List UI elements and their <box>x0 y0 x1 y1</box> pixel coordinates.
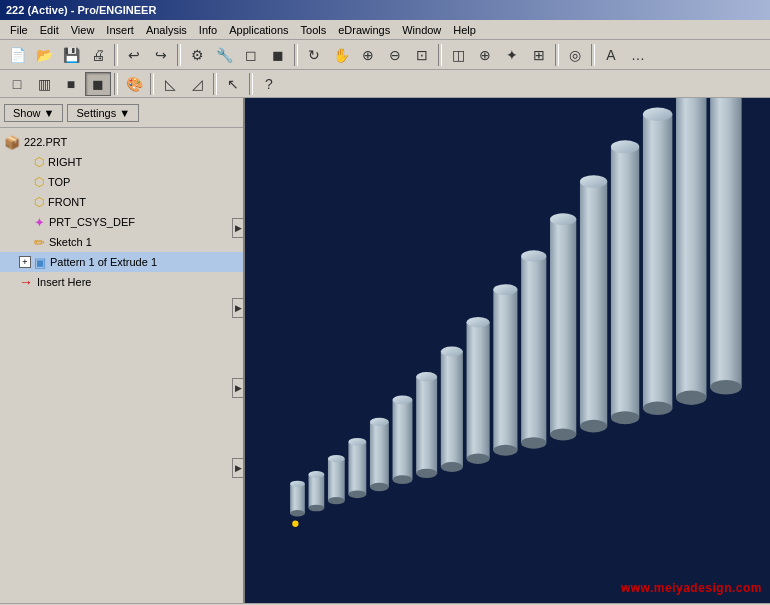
svg-point-8 <box>328 455 345 462</box>
svg-point-24 <box>441 462 463 472</box>
svg-point-29 <box>493 284 517 295</box>
toolbar-btn-27[interactable]: … <box>625 43 651 67</box>
toolbar2-btn-8[interactable]: ◿ <box>184 72 210 96</box>
svg-rect-25 <box>467 322 490 459</box>
viewport[interactable]: www.meiyadesign.com <box>245 98 770 603</box>
toolbar-btn-9[interactable]: 🔧 <box>211 43 237 67</box>
svg-rect-19 <box>416 377 437 474</box>
toolbar-btn-5[interactable]: ↩ <box>121 43 147 67</box>
svg-point-21 <box>416 469 437 478</box>
svg-rect-22 <box>441 352 463 468</box>
menu-item-insert[interactable]: Insert <box>100 22 140 38</box>
svg-point-38 <box>580 175 607 188</box>
menu-item-tools[interactable]: Tools <box>295 22 333 38</box>
toolbar-separator-23 <box>555 44 559 66</box>
toolbar-separator-4 <box>114 44 118 66</box>
toolbar-btn-13[interactable]: ↻ <box>301 43 327 67</box>
menu-item-edrawings[interactable]: eDrawings <box>332 22 396 38</box>
toolbar2-btn-0[interactable]: □ <box>4 72 30 96</box>
tree-label-csys: PRT_CSYS_DEF <box>49 216 135 228</box>
svg-point-20 <box>416 372 437 381</box>
svg-point-51 <box>710 380 742 395</box>
toolbar-btn-2[interactable]: 💾 <box>58 43 84 67</box>
svg-point-27 <box>467 453 490 464</box>
svg-rect-16 <box>393 400 413 480</box>
toolbar-btn-10[interactable]: ◻ <box>238 43 264 67</box>
toolbar2-btn-5[interactable]: 🎨 <box>121 72 147 96</box>
svg-point-42 <box>611 411 639 424</box>
menu-item-applications[interactable]: Applications <box>223 22 294 38</box>
toolbar-btn-11[interactable]: ◼ <box>265 43 291 67</box>
tree-item-right[interactable]: ⬡RIGHT <box>0 152 243 172</box>
3d-scene <box>245 98 770 603</box>
collapse-arrow-top[interactable]: ▶ <box>232 218 244 238</box>
toolbar-btn-1[interactable]: 📂 <box>31 43 57 67</box>
settings-label: Settings ▼ <box>76 107 130 119</box>
svg-point-30 <box>493 445 517 456</box>
tree-item-top[interactable]: ⬡TOP <box>0 172 243 192</box>
svg-point-52 <box>292 521 298 527</box>
toolbar-btn-20[interactable]: ⊕ <box>472 43 498 67</box>
menu-item-help[interactable]: Help <box>447 22 482 38</box>
tree-label-pattern1: Pattern 1 of Extrude 1 <box>50 256 157 268</box>
left-panel: Show ▼ Settings ▼ 📦222.PRT⬡RIGHT⬡TOP⬡FRO… <box>0 98 245 603</box>
toolbar-btn-21[interactable]: ✦ <box>499 43 525 67</box>
menu-item-file[interactable]: File <box>4 22 34 38</box>
show-button[interactable]: Show ▼ <box>4 104 63 122</box>
svg-point-36 <box>550 428 576 440</box>
toolbar-btn-6[interactable]: ↪ <box>148 43 174 67</box>
tree-expander-pattern1[interactable]: + <box>19 256 31 268</box>
tree-label-right: RIGHT <box>48 156 82 168</box>
svg-point-35 <box>550 213 576 225</box>
toolbar-btn-17[interactable]: ⊡ <box>409 43 435 67</box>
toolbar2-btn-2[interactable]: ■ <box>58 72 84 96</box>
toolbar-btn-8[interactable]: ⚙ <box>184 43 210 67</box>
tree-item-csys[interactable]: ✦PRT_CSYS_DEF <box>0 212 243 232</box>
menu-item-info[interactable]: Info <box>193 22 223 38</box>
toolbar2-btn-1[interactable]: ▥ <box>31 72 57 96</box>
toolbar-row1: 📄📂💾🖨↩↪⚙🔧◻◼↻✋⊕⊖⊡◫⊕✦⊞◎A… <box>0 40 770 70</box>
tree-label-sketch1: Sketch 1 <box>49 236 92 248</box>
toolbar-btn-16[interactable]: ⊖ <box>382 43 408 67</box>
tree-item-pattern1[interactable]: +▣Pattern 1 of Extrude 1 <box>0 252 243 272</box>
svg-point-12 <box>348 490 366 498</box>
toolbar-btn-0[interactable]: 📄 <box>4 43 30 67</box>
main-area: Show ▼ Settings ▼ 📦222.PRT⬡RIGHT⬡TOP⬡FRO… <box>0 98 770 603</box>
menu-item-view[interactable]: View <box>65 22 101 38</box>
menu-item-analysis[interactable]: Analysis <box>140 22 193 38</box>
tree-item-front[interactable]: ⬡FRONT <box>0 192 243 212</box>
pattern-icon: ▣ <box>34 255 46 270</box>
svg-rect-49 <box>710 98 742 387</box>
toolbar2-btn-12[interactable]: ? <box>256 72 282 96</box>
titlebar: 222 (Active) - Pro/ENGINEER <box>0 0 770 20</box>
csys-icon: ✦ <box>34 215 45 230</box>
toolbar2-btn-7[interactable]: ◺ <box>157 72 183 96</box>
collapse-arrow-mid2[interactable]: ▶ <box>232 378 244 398</box>
toolbar-btn-22[interactable]: ⊞ <box>526 43 552 67</box>
menu-item-edit[interactable]: Edit <box>34 22 65 38</box>
toolbar-btn-19[interactable]: ◫ <box>445 43 471 67</box>
insert-arrow-icon: → <box>19 274 33 290</box>
tree-item-sketch1[interactable]: ✏Sketch 1 <box>0 232 243 252</box>
toolbar-btn-15[interactable]: ⊕ <box>355 43 381 67</box>
svg-rect-7 <box>328 459 345 501</box>
collapse-arrow-mid[interactable]: ▶ <box>232 298 244 318</box>
collapse-arrow-bottom[interactable]: ▶ <box>232 458 244 478</box>
toolbar-separator-25 <box>591 44 595 66</box>
settings-button[interactable]: Settings ▼ <box>67 104 139 122</box>
toolbar2-separator-11 <box>249 73 253 95</box>
tree-item-insert[interactable]: →Insert Here <box>0 272 243 292</box>
menubar: FileEditViewInsertAnalysisInfoApplicatio… <box>0 20 770 40</box>
toolbar-btn-14[interactable]: ✋ <box>328 43 354 67</box>
toolbar-btn-3[interactable]: 🖨 <box>85 43 111 67</box>
toolbar-btn-26[interactable]: A <box>598 43 624 67</box>
svg-rect-46 <box>676 98 706 398</box>
menu-item-window[interactable]: Window <box>396 22 447 38</box>
tree-label-top: TOP <box>48 176 70 188</box>
svg-point-41 <box>611 140 639 153</box>
svg-rect-13 <box>370 422 389 487</box>
toolbar-btn-24[interactable]: ◎ <box>562 43 588 67</box>
tree-item-root[interactable]: 📦222.PRT <box>0 132 243 152</box>
toolbar2-btn-3[interactable]: ◼ <box>85 72 111 96</box>
toolbar2-btn-10[interactable]: ↖ <box>220 72 246 96</box>
